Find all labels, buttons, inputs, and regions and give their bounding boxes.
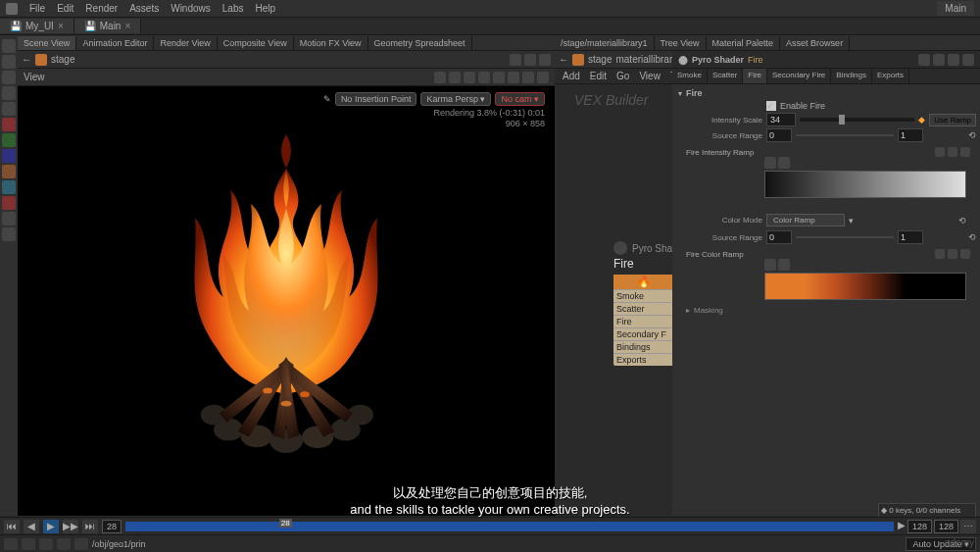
status-icon[interactable] <box>57 538 71 550</box>
play-last-button[interactable]: ⏭ <box>82 520 98 533</box>
menu-windows[interactable]: Windows <box>171 3 211 14</box>
src-range-from[interactable] <box>766 128 792 142</box>
snap-icon[interactable] <box>449 72 461 83</box>
gear-icon[interactable] <box>537 72 549 83</box>
tool-icon[interactable] <box>2 227 16 241</box>
tool-icon[interactable] <box>2 165 16 178</box>
ramp-mode-icon[interactable] <box>778 259 790 271</box>
ramp-del-icon[interactable] <box>948 249 957 259</box>
light-icon[interactable] <box>478 72 490 83</box>
ptab-bindings[interactable]: Bindings <box>831 69 872 83</box>
tool-icon[interactable] <box>2 149 16 163</box>
revert-icon[interactable]: ⟲ <box>968 232 976 242</box>
ramp-mode-icon[interactable] <box>764 157 776 169</box>
src2-from[interactable] <box>766 230 792 244</box>
gear-icon[interactable] <box>918 54 930 66</box>
tab-render-view[interactable]: Render View <box>154 36 217 50</box>
tab-anim-editor[interactable]: Animation Editor <box>76 36 154 50</box>
edit-icon[interactable]: ✎ <box>323 94 331 104</box>
menu-assets[interactable]: Assets <box>129 3 159 14</box>
back-icon[interactable]: ← <box>22 54 31 65</box>
ramp-add-icon[interactable] <box>935 249 945 259</box>
menu-render[interactable]: Render <box>85 3 118 14</box>
menu-file[interactable]: File <box>29 3 45 14</box>
ptab-fire[interactable]: Fire <box>743 69 767 83</box>
close-icon[interactable]: × <box>58 21 64 31</box>
use-ramp-button[interactable]: Use Ramp <box>929 114 976 126</box>
ptab-exports[interactable]: Exports <box>872 69 909 83</box>
path-label[interactable]: stage <box>51 54 74 65</box>
ptab-smoke[interactable]: Smoke <box>672 69 708 83</box>
tool-icon[interactable] <box>2 55 16 69</box>
menu-go[interactable]: Go <box>616 71 629 81</box>
network-node[interactable]: Pyro Sha <box>613 241 674 255</box>
close-icon[interactable]: × <box>124 21 130 31</box>
revert-icon[interactable]: ⟲ <box>958 216 966 226</box>
frame-marker[interactable]: 28 <box>279 519 292 527</box>
tab-assets[interactable]: Asset Browser <box>780 36 850 50</box>
camera-badge[interactable]: No cam ▾ <box>495 92 545 106</box>
fire-color-ramp[interactable] <box>764 273 966 300</box>
wire-icon[interactable] <box>493 72 505 83</box>
status-icon[interactable] <box>22 538 35 550</box>
tool-icon[interactable] <box>2 71 16 84</box>
intensity-ramp[interactable] <box>764 171 966 198</box>
src-range-to[interactable] <box>898 128 923 142</box>
render-engine-dropdown[interactable]: Karma Persp ▾ <box>420 92 491 106</box>
tab-composite[interactable]: Composite View <box>218 36 294 50</box>
menu-help[interactable]: Help <box>255 3 275 14</box>
tool-icon[interactable] <box>2 133 16 147</box>
menu-add[interactable]: Add <box>563 71 580 81</box>
play-first-button[interactable]: ⏮ <box>4 520 20 533</box>
tool-icon[interactable] <box>2 180 16 194</box>
tool-icon[interactable] <box>2 102 16 116</box>
tab-motionfx[interactable]: Motion FX View <box>294 36 368 50</box>
desktop-tab[interactable]: Main <box>937 1 974 16</box>
timeline-opts-icon[interactable]: ⋯ <box>960 520 976 533</box>
ptab-secfire[interactable]: Secondary Fire <box>767 69 831 83</box>
tab-geo-spread[interactable]: Geometry Spreadsheet <box>368 36 472 50</box>
ramp-grid-icon[interactable] <box>960 147 970 157</box>
timeline-track[interactable]: 28 <box>125 522 894 531</box>
keyframe-icon[interactable]: ◆ <box>918 115 925 125</box>
status-icon[interactable] <box>39 538 53 550</box>
tab-network[interactable]: /stage/materiallibrary1 <box>555 36 655 50</box>
global-end-input[interactable]: 128 <box>934 520 958 533</box>
status-icon[interactable] <box>4 538 18 550</box>
revert-icon[interactable]: ⟲ <box>968 130 976 140</box>
ptab-scatter[interactable]: Scatter <box>708 69 743 83</box>
insertion-badge[interactable]: No Insertion Point <box>335 92 417 106</box>
tab-scene-view[interactable]: Scene View <box>18 36 76 50</box>
play-button[interactable]: ▶ <box>43 520 59 533</box>
arrow-icon[interactable]: ▶ <box>898 520 906 533</box>
path-stage[interactable]: stage <box>588 54 612 65</box>
menu-edit[interactable]: Edit <box>590 71 607 81</box>
tool-icon[interactable] <box>2 39 16 53</box>
play-next-button[interactable]: ▶▶ <box>63 520 78 533</box>
menu-view[interactable]: View <box>639 71 661 81</box>
ramp-mode-icon[interactable] <box>778 157 790 169</box>
info-icon[interactable] <box>948 54 959 66</box>
color-mode-select[interactable]: Color Ramp <box>766 214 845 226</box>
src2-to[interactable] <box>898 230 923 244</box>
menu-labs[interactable]: Labs <box>222 3 244 14</box>
back-icon[interactable]: ← <box>559 54 568 65</box>
section-fire[interactable]: Fire <box>676 86 976 100</box>
tool-icon[interactable] <box>2 118 16 131</box>
tab-tree[interactable]: Tree View <box>655 36 707 50</box>
dropdown-icon[interactable]: ▾ <box>849 216 854 226</box>
ramp-add-icon[interactable] <box>935 147 945 157</box>
masking-section[interactable]: Masking <box>686 306 966 315</box>
shade-icon[interactable] <box>508 72 519 83</box>
plus-icon[interactable] <box>524 54 536 66</box>
cam-icon[interactable] <box>522 72 534 83</box>
tool-icon[interactable] <box>2 212 16 226</box>
pin-icon[interactable] <box>510 54 521 66</box>
current-frame-input[interactable]: 28 <box>102 520 122 533</box>
display-icon[interactable] <box>434 72 446 83</box>
help-icon[interactable] <box>962 54 974 66</box>
intensity-scale-input[interactable] <box>766 113 796 126</box>
tool-icon[interactable] <box>2 86 16 100</box>
node-tab-list[interactable]: 🔥 Smoke Scatter Fire Secondary F Binding… <box>613 275 674 366</box>
filetab-myui[interactable]: 💾 My_UI × <box>0 19 74 33</box>
